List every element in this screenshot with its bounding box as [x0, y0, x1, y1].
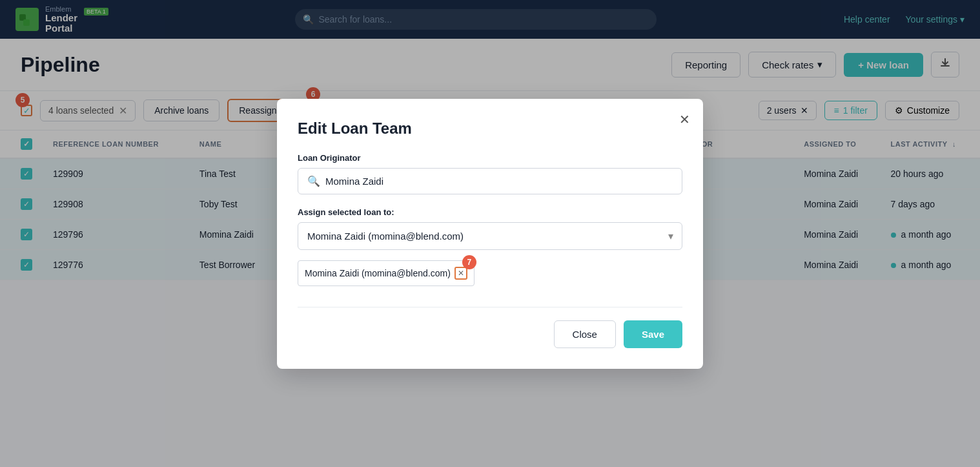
- assignee-tag: Momina Zaidi (momina@blend.com) ✕ 7: [298, 260, 475, 281]
- step7-badge: 7: [462, 255, 476, 269]
- originator-input[interactable]: [325, 176, 673, 187]
- modal-overlay: ✕ Edit Loan Team Loan Originator 🔍 Assig…: [0, 0, 980, 280]
- assign-dropdown[interactable]: Momina Zaidi (momina@blend.com): [298, 222, 682, 250]
- originator-search-field[interactable]: 🔍: [298, 168, 682, 194]
- modal-title: Edit Loan Team: [298, 119, 682, 138]
- tag-remove-area: ✕ 7: [454, 267, 467, 280]
- assign-label: Assign selected loan to:: [298, 207, 682, 217]
- edit-loan-team-modal: ✕ Edit Loan Team Loan Originator 🔍 Assig…: [277, 99, 703, 281]
- modal-close-button[interactable]: ✕: [679, 112, 690, 127]
- assignee-tag-text: Momina Zaidi (momina@blend.com): [305, 268, 451, 278]
- originator-search-icon: 🔍: [307, 175, 320, 187]
- assign-select-wrapper: Momina Zaidi (momina@blend.com) ▾: [298, 222, 682, 250]
- selected-assignees: Momina Zaidi (momina@blend.com) ✕ 7: [298, 260, 682, 281]
- originator-label: Loan Originator: [298, 153, 682, 163]
